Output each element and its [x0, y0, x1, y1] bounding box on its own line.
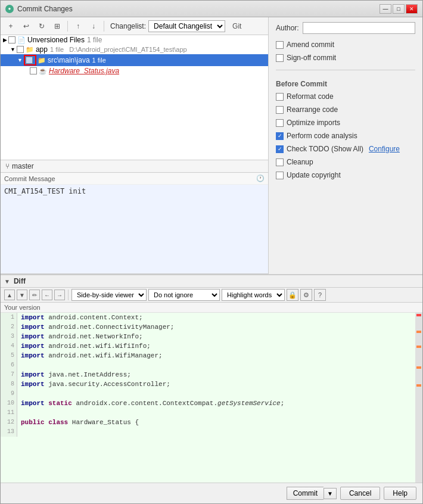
close-button[interactable]: ✕: [406, 4, 418, 14]
file-tree-toolbar: + ↩ ↻ ⊞ ↑ ↓ Changelist: Default Changeli…: [1, 17, 268, 35]
optimize-imports-row: Optimize imports: [276, 118, 415, 127]
branch-bar: ⑂ master: [1, 160, 268, 173]
code-line-13: 13: [1, 427, 415, 437]
tree-label-src: src\main\java: [48, 56, 90, 64]
author-label: Author:: [276, 24, 299, 32]
tree-label-file: Hardware_Status.java: [49, 67, 119, 75]
branch-name: master: [12, 162, 34, 170]
checkbox-app[interactable]: [17, 46, 24, 53]
diff-label: Diff: [14, 277, 26, 285]
signoff-commit-row: Sign-off commit: [276, 53, 415, 63]
right-panel: Author: Amend commit Sign-off commit Bef…: [269, 17, 422, 274]
checkbox-src[interactable]: [26, 57, 33, 64]
cleanup-checkbox[interactable]: [276, 158, 284, 166]
maximize-button[interactable]: □: [393, 4, 405, 14]
rearrange-code-checkbox[interactable]: [276, 106, 284, 114]
cleanup-label: Cleanup: [287, 158, 313, 166]
help-button[interactable]: Help: [384, 487, 416, 500]
settings-button[interactable]: ⚙: [300, 289, 312, 301]
code-line-9: 9: [1, 389, 415, 399]
scrollbar[interactable]: [415, 313, 422, 483]
signoff-commit-checkbox[interactable]: [276, 54, 284, 62]
rearrange-code-row: Rearrange code: [276, 105, 415, 114]
tree-label-unversioned: Unversioned Files: [27, 36, 85, 44]
code-line-7: 7 import java.net.InetAddress;: [1, 370, 415, 379]
checkbox-file[interactable]: [30, 67, 37, 74]
code-line-11: 11: [1, 408, 415, 418]
code-line-4: 4 import android.net.wifi.WifiInfo;: [1, 341, 415, 351]
tree-item-src[interactable]: ▼ 📁 src\main\java 1 file: [1, 54, 268, 66]
divider-1: [276, 70, 415, 70]
tree-item-unversioned[interactable]: ▶ 📄 Unversioned Files 1 file: [1, 35, 268, 45]
code-line-1: 1 import android.content.Context;: [1, 313, 415, 322]
reformat-code-label: Reformat code: [287, 92, 334, 101]
before-commit-label: Before Commit: [276, 80, 415, 88]
perform-analysis-checkbox[interactable]: [276, 132, 284, 140]
commit-button-group: Commit ▼: [287, 487, 337, 500]
add-button[interactable]: +: [4, 20, 17, 33]
file-tree: ▶ 📄 Unversioned Files 1 file ▼ 📁 app 1 f…: [1, 35, 268, 160]
diff-sep-1: [68, 290, 69, 300]
forward-button[interactable]: →: [54, 290, 65, 300]
prev-diff-button[interactable]: ▲: [4, 290, 15, 300]
perform-analysis-label: Perform code analysis: [287, 132, 357, 140]
code-line-5: 5 import android.net.wifi.WifiManager;: [1, 351, 415, 360]
checkbox-unversioned[interactable]: [8, 36, 15, 43]
toolbar-sep-2: [104, 21, 104, 32]
red-border-indicator: [24, 55, 36, 66]
check-todo-label: Check TODO (Show All): [287, 145, 363, 153]
configure-link[interactable]: Configure: [369, 145, 400, 153]
next-diff-button[interactable]: ▼: [17, 290, 27, 300]
update-copyright-checkbox[interactable]: [276, 172, 284, 179]
check-todo-row: Check TODO (Show All) Configure: [276, 144, 415, 154]
scroll-error-1: [416, 314, 421, 316]
cancel-button[interactable]: Cancel: [340, 487, 380, 500]
titlebar-controls: — □ ✕: [380, 4, 418, 14]
author-input[interactable]: [303, 22, 415, 34]
move-down-button[interactable]: ↓: [87, 20, 100, 33]
refresh-button[interactable]: ↻: [35, 20, 48, 33]
group-button[interactable]: ⊞: [51, 20, 64, 33]
commit-button[interactable]: Commit: [287, 487, 324, 500]
amend-commit-checkbox[interactable]: [276, 41, 284, 49]
code-line-10: 10 import static androidx.core.content.C…: [1, 399, 415, 408]
help-diff-button[interactable]: ?: [314, 289, 326, 301]
scroll-error-3: [416, 346, 421, 348]
commit-message-area: Commit Message 🕐 CMI_AT154_TEST init: [1, 173, 268, 274]
viewer-select[interactable]: Side-by-side viewer Unified viewer: [71, 289, 147, 301]
undo-button[interactable]: ↩: [20, 20, 33, 33]
window-icon: ●: [5, 5, 14, 13]
code-container: 1 import android.content.Context; 2 impo…: [1, 313, 422, 483]
back-button[interactable]: ←: [42, 290, 52, 300]
diff-panel: ▼ Diff ▲ ▼ ✏ ← → Side-by-side viewer Uni…: [1, 274, 422, 483]
tree-item-app[interactable]: ▼ 📁 app 1 file D:\Android_project\CMI_AT…: [1, 45, 268, 54]
reformat-code-checkbox[interactable]: [276, 93, 284, 101]
code-line-6: 6: [1, 360, 415, 370]
titlebar: ● Commit Changes — □ ✕: [1, 1, 422, 17]
scroll-error-5: [416, 384, 421, 387]
optimize-imports-label: Optimize imports: [287, 119, 340, 127]
clock-icon[interactable]: 🕐: [256, 175, 265, 182]
edit-button[interactable]: ✏: [29, 290, 40, 300]
git-label: Git: [232, 22, 241, 30]
code-line-12: 12 public class Hardware_Status {: [1, 418, 415, 427]
commit-message-input[interactable]: CMI_AT154_TEST init: [1, 185, 268, 273]
move-up-button[interactable]: ↑: [71, 20, 85, 33]
commit-dropdown-button[interactable]: ▼: [324, 488, 337, 499]
ignore-select[interactable]: Do not ignore Ignore whitespace: [148, 289, 220, 301]
changelist-label: Changelist:: [110, 22, 146, 30]
changelist-select[interactable]: Default Changelist: [148, 20, 225, 32]
check-todo-checkbox[interactable]: [276, 145, 284, 153]
amend-commit-label: Amend commit: [287, 41, 334, 49]
update-copyright-row: Update copyright: [276, 170, 415, 180]
diff-toolbar: ▲ ▼ ✏ ← → Side-by-side viewer Unified vi…: [1, 288, 422, 303]
code-view[interactable]: 1 import android.content.Context; 2 impo…: [1, 313, 415, 483]
tree-label-app: app: [36, 45, 48, 54]
minimize-button[interactable]: —: [380, 4, 391, 14]
toolbar-sep-1: [67, 21, 68, 32]
highlight-select[interactable]: Highlight words Highlight lines: [222, 289, 285, 301]
optimize-imports-checkbox[interactable]: [276, 119, 284, 127]
lock-button[interactable]: 🔒: [287, 289, 298, 301]
cleanup-row: Cleanup: [276, 157, 415, 167]
tree-item-file[interactable]: ▶ ☕ Hardware_Status.java: [1, 66, 268, 76]
